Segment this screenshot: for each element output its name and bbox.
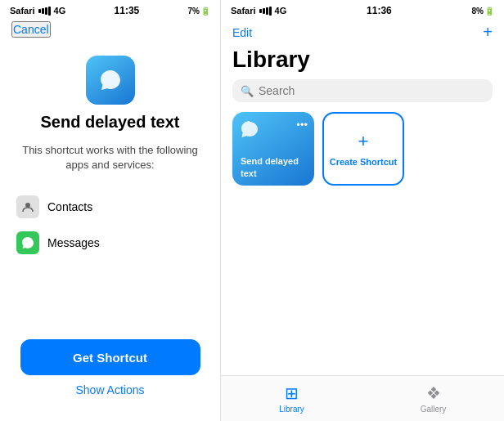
app-item-messages: Messages	[16, 225, 204, 261]
shortcut-icon	[86, 56, 135, 105]
messages-icon	[16, 231, 39, 254]
left-panel: Safari 4G 11:35 7% 🔋 Cancel Send delayed…	[0, 0, 221, 421]
library-tab-label: Library	[279, 405, 304, 414]
carrier-name-right: Safari	[231, 6, 256, 16]
battery-right: 8% 🔋	[472, 7, 494, 16]
apps-list: Contacts Messages	[0, 189, 220, 261]
card-message-icon	[241, 120, 259, 141]
message-icon	[97, 66, 124, 94]
gallery-tab-icon: ❖	[426, 383, 441, 403]
battery-pct-left: 7%	[188, 7, 200, 16]
tab-library[interactable]: ⊞ Library	[221, 383, 362, 414]
app-item-contacts: Contacts	[16, 189, 204, 225]
bottom-buttons: Get Shortcut Show Actions	[0, 339, 220, 396]
messages-label: Messages	[47, 236, 100, 249]
status-bar-right: Safari 4G 11:36 8% 🔋	[221, 0, 504, 20]
create-shortcut-card[interactable]: + Create Shortcut	[322, 112, 404, 186]
network-left: 4G	[54, 6, 66, 16]
tab-bar: ⊞ Library ❖ Gallery	[221, 375, 504, 421]
edit-button[interactable]: Edit	[232, 26, 252, 39]
status-bar-left: Safari 4G 11:35 7% 🔋	[0, 0, 220, 20]
card-more-icon[interactable]: •••	[296, 119, 308, 131]
create-shortcut-label: Create Shortcut	[330, 157, 398, 167]
tab-gallery[interactable]: ❖ Gallery	[362, 383, 504, 414]
get-shortcut-button[interactable]: Get Shortcut	[20, 339, 200, 375]
shortcuts-grid: ••• Send delayed text + Create Shortcut	[221, 112, 504, 186]
carrier-left: Safari 4G	[10, 6, 65, 16]
carrier-name-left: Safari	[10, 6, 35, 16]
time-right: 11:36	[367, 5, 392, 16]
search-icon: 🔍	[241, 85, 254, 97]
svg-point-1	[25, 203, 30, 208]
shortcut-card-send-delayed[interactable]: ••• Send delayed text	[232, 112, 314, 186]
signal-right	[259, 7, 272, 16]
shortcut-title: Send delayed text	[40, 113, 179, 132]
right-panel: Safari 4G 11:36 8% 🔋 Edit + Library 🔍	[221, 0, 504, 421]
contacts-icon	[16, 195, 39, 218]
search-input[interactable]	[259, 84, 484, 97]
show-actions-button[interactable]: Show Actions	[75, 383, 144, 396]
search-bar: 🔍	[232, 79, 493, 102]
card-label: Send delayed text	[241, 155, 306, 179]
time-left: 11:35	[115, 5, 140, 16]
network-right: 4G	[275, 6, 287, 16]
create-plus-icon: +	[358, 131, 369, 152]
shortcut-description: This shortcut works with the following a…	[0, 143, 220, 172]
signal-left	[38, 7, 51, 16]
cancel-button[interactable]: Cancel	[11, 21, 51, 38]
battery-pct-right: 8%	[472, 7, 484, 16]
library-title: Library	[221, 47, 504, 79]
library-tab-icon: ⊞	[285, 383, 299, 403]
carrier-right: Safari 4G	[231, 6, 286, 16]
gallery-tab-label: Gallery	[421, 405, 447, 414]
add-button[interactable]: +	[483, 23, 493, 42]
contacts-label: Contacts	[47, 200, 92, 213]
library-header: Edit +	[221, 20, 504, 47]
battery-left: 7% 🔋	[188, 7, 210, 16]
